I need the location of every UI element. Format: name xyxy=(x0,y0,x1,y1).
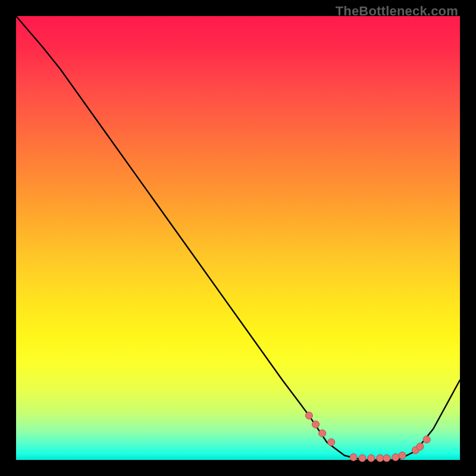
highlight-dot xyxy=(368,455,375,462)
highlight-dot xyxy=(305,412,312,419)
chart-svg xyxy=(16,16,460,460)
highlight-dot xyxy=(359,455,366,462)
plot-area xyxy=(16,16,460,460)
highlight-dot xyxy=(392,454,399,461)
highlight-dot xyxy=(328,439,335,446)
chart-stage: TheBottleneck.com xyxy=(0,0,476,476)
bottleneck-curve-path xyxy=(16,16,460,460)
highlight-dot xyxy=(416,443,424,450)
highlight-dot xyxy=(423,436,430,443)
highlight-dot xyxy=(383,455,390,462)
highlight-dot xyxy=(312,421,320,428)
highlight-dot xyxy=(350,454,357,461)
highlight-dots-group xyxy=(305,412,430,462)
highlight-dot xyxy=(319,430,326,437)
highlight-dot xyxy=(399,452,406,459)
highlight-dot xyxy=(377,455,384,462)
